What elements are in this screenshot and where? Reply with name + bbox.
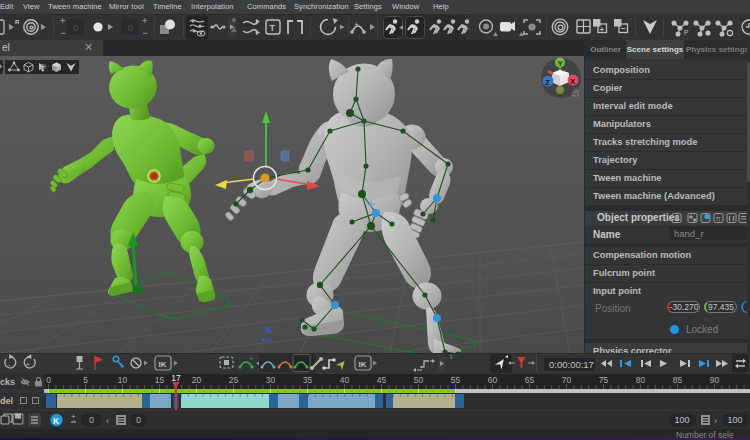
svg-text:+: + <box>249 355 253 362</box>
svg-text:›: › <box>714 416 717 426</box>
svg-text:25: 25 <box>229 375 239 385</box>
svg-text:K: K <box>53 416 60 426</box>
svg-text:+: + <box>26 360 31 369</box>
svg-text:π: π <box>716 215 721 222</box>
svg-text:10: 10 <box>118 375 128 385</box>
svg-text:axis: axis <box>262 336 271 342</box>
svg-text:30: 30 <box>266 375 276 385</box>
svg-text:‹: ‹ <box>106 416 109 426</box>
svg-text:↴: ↴ <box>448 354 453 360</box>
svg-text:80: 80 <box>636 375 646 385</box>
svg-text:0: 0 <box>128 23 133 33</box>
svg-text:100: 100 <box>728 415 743 425</box>
svg-text:0: 0 <box>73 23 78 33</box>
svg-text:85: 85 <box>673 375 683 385</box>
svg-text:+: + <box>142 16 147 26</box>
svg-text:55: 55 <box>451 375 461 385</box>
svg-text:50: 50 <box>414 375 424 385</box>
svg-text:70: 70 <box>562 375 572 385</box>
svg-text:0: 0 <box>136 415 141 425</box>
svg-text:90: 90 <box>710 375 720 385</box>
svg-text:Z: Z <box>545 78 550 87</box>
svg-text:IK: IK <box>359 360 367 369</box>
svg-text:+: + <box>354 20 359 29</box>
svg-text:−: − <box>61 28 66 38</box>
svg-text:−: − <box>621 24 626 33</box>
svg-text:15: 15 <box>155 375 165 385</box>
svg-text:0:00:00:17: 0:00:00:17 <box>549 359 594 370</box>
svg-text:5: 5 <box>83 375 88 385</box>
svg-text:17: 17 <box>171 374 181 383</box>
svg-text:+: + <box>600 25 605 34</box>
svg-text:+: + <box>60 16 65 26</box>
svg-text:0: 0 <box>46 375 51 385</box>
svg-text:T: T <box>270 23 276 33</box>
svg-text:R: R <box>15 19 20 25</box>
svg-text:65: 65 <box>525 375 535 385</box>
svg-text:60: 60 <box>488 375 498 385</box>
svg-text:IK: IK <box>159 360 167 369</box>
svg-text:−: − <box>143 28 148 38</box>
svg-text:20: 20 <box>192 375 202 385</box>
svg-text:45: 45 <box>377 375 387 385</box>
svg-text:75: 75 <box>599 375 609 385</box>
svg-text:X: X <box>570 77 576 86</box>
svg-text:100: 100 <box>675 415 690 425</box>
svg-text:P: P <box>684 29 688 36</box>
svg-text:Y: Y <box>558 59 564 68</box>
svg-text:0: 0 <box>89 415 94 425</box>
svg-text:-: - <box>8 360 11 369</box>
svg-text:35: 35 <box>303 375 313 385</box>
svg-text:+: + <box>71 412 76 421</box>
svg-text:40: 40 <box>340 375 350 385</box>
